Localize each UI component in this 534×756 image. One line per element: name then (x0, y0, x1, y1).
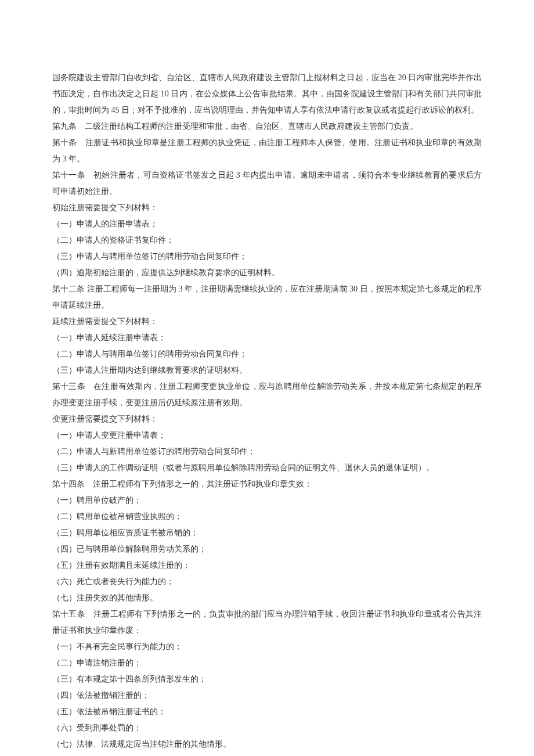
paragraph: （一）申请人的注册申请表； (52, 216, 482, 232)
paragraph: （五）依法被吊销注册证书的； (52, 704, 482, 720)
paragraph: （三）有本规定第十四条所列情形发生的； (52, 671, 482, 687)
paragraph: （五）注册有效期满且未延续注册的； (52, 557, 482, 574)
paragraph: （一）聘用单位破产的； (52, 492, 482, 509)
paragraph: （二）申请注销注册的； (52, 655, 482, 671)
paragraph: （三）申请人的工作调动证明（或者与原聘用单位解除聘用劳动合同的证明文件、退休人员… (52, 460, 482, 476)
paragraph: （三）聘用单位相应资质证书被吊销的； (52, 525, 482, 541)
paragraph: （四）已与聘用单位解除聘用劳动关系的； (52, 541, 482, 557)
paragraph: （三）申请人与聘用单位签订的聘用劳动合同复印件； (52, 249, 482, 265)
paragraph: 第十二条 注册工程师每一注册期为 3 年，注册期满需继续执业的，应在注册期满前 … (52, 281, 482, 314)
paragraph: （六）受到刑事处罚的； (52, 720, 482, 736)
paragraph: （二）申请人与聘用单位签订的聘用劳动合同复印件； (52, 346, 482, 362)
paragraph: （四）依法被撤销注册的； (52, 687, 482, 704)
paragraph: （一）申请人延续注册申请表； (52, 330, 482, 346)
paragraph: 第十一条 初始注册者，可自资格证书签发之日起 3 年内提出申请。逾期未申请者，须… (52, 167, 482, 200)
paragraph: （二）聘用单位被吊销营业执照的； (52, 509, 482, 525)
paragraph: （四）逾期初始注册的，应提供达到继续教育要求的证明材料。 (52, 265, 482, 281)
paragraph: （六）死亡或者丧失行为能力的； (52, 574, 482, 590)
paragraph: （七）法律、法规规定应当注销注册的其他情形。 (52, 736, 482, 753)
paragraph: （二）申请人的资格证书复印件； (52, 232, 482, 249)
document-body: 国务院建设主管部门自收到省、自治区、直辖市人民政府建设主管部门上报材料之日起，应… (52, 70, 482, 753)
paragraph: 延续注册需要提交下列材料： (52, 314, 482, 330)
paragraph: 变更注册需要提交下列材料： (52, 411, 482, 427)
paragraph: 第十四条 注册工程师有下列情形之一的，其注册证书和执业印章失效： (52, 476, 482, 492)
paragraph: （三）申请人注册期内达到继续教育要求的证明材料。 (52, 362, 482, 379)
paragraph: 第十五条 注册工程师有下列情形之一的，负责审批的部门应当办理注销手续，收回注册证… (52, 606, 482, 639)
paragraph: （一）不具有完全民事行为能力的； (52, 639, 482, 655)
paragraph: 第十条 注册证书和执业印章是注册工程师的执业凭证，由注册工程师本人保管、使用。注… (52, 135, 482, 167)
paragraph: 初始注册需要提交下列材料： (52, 200, 482, 216)
paragraph: 国务院建设主管部门自收到省、自治区、直辖市人民政府建设主管部门上报材料之日起，应… (52, 70, 482, 118)
paragraph: 第九条 二级注册结构工程师的注册受理和审批，由省、自治区、直辖市人民政府建设主管… (52, 118, 482, 135)
paragraph: （七）注册失效的其他情形。 (52, 590, 482, 606)
paragraph: 第十三条 在注册有效期内，注册工程师变更执业单位，应与原聘用单位解除劳动关系，并… (52, 379, 482, 411)
paragraph: （二）申请人与新聘用单位签订的聘用劳动合同复印件； (52, 444, 482, 460)
paragraph: （一）申请人变更注册申请表； (52, 427, 482, 444)
